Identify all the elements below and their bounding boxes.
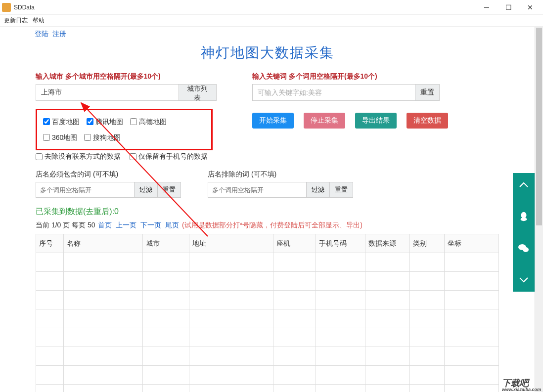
trial-note: (试用是数据部分打*号隐藏，付费登陆后可全部显示、导出) [182,221,362,229]
pager-first[interactable]: 首页 [98,221,112,229]
clear-button[interactable]: 清空数据 [407,113,448,129]
qq-icon[interactable] [518,211,530,222]
th-category: 类别 [410,234,445,253]
checkbox-tencent[interactable]: 腾讯地图 [87,115,123,128]
th-coords: 坐标 [445,234,499,253]
table-row [36,328,499,347]
checkbox-baidu-input[interactable] [43,118,50,125]
map-checkbox-highlight-box: 百度地图 腾讯地图 高德地图 360地图 搜狗地图 [36,109,213,150]
checkbox-keep-mobile-only[interactable]: 仅保留有手机号的数据 [130,152,208,161]
chevron-up-icon[interactable] [518,179,530,191]
exclude-reset-button[interactable]: 重置 [330,182,353,198]
pager-next[interactable]: 下一页 [140,221,161,229]
exclude-filter-input[interactable] [208,182,307,198]
include-filter-label: 店名必须包含的词 (可不填) [36,170,181,179]
close-button[interactable]: ✕ [519,0,541,15]
table-row [36,309,499,328]
login-link[interactable]: 登陆 [35,30,48,38]
page-title: 神灯地图大数据采集 [0,39,535,72]
menu-update-log[interactable]: 更新日志 [4,16,28,25]
side-panel [513,173,535,292]
checkbox-sogou-input[interactable] [84,134,91,141]
checkbox-gaode[interactable]: 高德地图 [130,115,167,128]
th-name: 名称 [64,234,143,253]
checkbox-360-input[interactable] [43,134,50,141]
keyword-label: 输入关键词 多个词用空格隔开(最多10个) [252,72,448,81]
titlebar: SDData ─ ☐ ✕ [0,0,543,15]
checkbox-tencent-input[interactable] [87,118,93,125]
table-row [36,366,499,385]
exclude-filter-label: 店名排除的词 (可不填) [208,170,353,179]
exclude-filter-button[interactable]: 过滤 [307,182,330,198]
svg-point-2 [521,212,527,218]
checkbox-sogou[interactable]: 搜狗地图 [84,131,121,144]
scrollbar[interactable] [535,27,543,392]
checkbox-remove-no-contact-input[interactable] [36,153,43,160]
table-row [36,253,499,272]
chevron-down-icon[interactable] [518,274,530,286]
results-table: 序号 名称 城市 地址 座机 手机号码 数据来源 类别 坐标 [36,234,499,392]
top-links: 登陆 注册 [0,27,535,39]
th-index: 序号 [36,234,64,253]
maximize-button[interactable]: ☐ [498,0,519,15]
window-title: SDData [14,4,476,11]
table-header-row: 序号 名称 城市 地址 座机 手机号码 数据来源 类别 坐标 [36,234,499,253]
scrollbar-thumb[interactable] [536,28,542,225]
svg-point-5 [523,247,529,252]
checkbox-gaode-input[interactable] [130,118,137,125]
th-mobile: 手机号码 [316,234,365,253]
collected-count: 已采集到数据(去重后):0 [36,207,499,217]
checkbox-360[interactable]: 360地图 [43,131,77,144]
th-address: 地址 [189,234,273,253]
stop-collect-button[interactable]: 停止采集 [304,113,345,129]
wechat-icon[interactable] [518,242,530,254]
table-row [36,385,499,392]
city-list-button[interactable]: 城市列表 [179,84,217,101]
th-landline: 座机 [273,234,316,253]
table-row [36,347,499,366]
include-filter-input[interactable] [36,182,135,198]
table-row [36,291,499,309]
svg-point-3 [521,218,527,221]
start-collect-button[interactable]: 开始采集 [252,113,294,129]
app-icon [2,3,11,12]
pager-prev[interactable]: 上一页 [116,221,136,229]
th-source: 数据来源 [365,234,410,253]
th-city: 城市 [143,234,189,253]
minimize-button[interactable]: ─ [476,0,498,15]
pager-top: 当前 1/0 页 每页 50 首页 上一页 下一页 尾页 (试用是数据部分打*号… [36,221,499,230]
checkbox-keep-mobile-only-input[interactable] [130,153,136,160]
city-input[interactable] [36,84,179,101]
menu-help[interactable]: 帮助 [33,16,45,25]
pager-last[interactable]: 尾页 [165,221,179,229]
checkbox-remove-no-contact[interactable]: 去除没有联系方式的数据 [36,152,121,161]
table-row [36,272,499,291]
register-link[interactable]: 注册 [52,30,66,38]
checkbox-baidu[interactable]: 百度地图 [43,115,80,128]
keyword-input[interactable] [252,84,415,101]
include-filter-button[interactable]: 过滤 [135,182,158,198]
export-button[interactable]: 导出结果 [355,113,397,129]
menubar: 更新日志 帮助 [0,15,543,27]
include-reset-button[interactable]: 重置 [158,182,181,198]
city-label: 输入城市 多个城市用空格隔开(最多10个) [36,72,217,81]
keyword-reset-button[interactable]: 重置 [415,84,440,101]
